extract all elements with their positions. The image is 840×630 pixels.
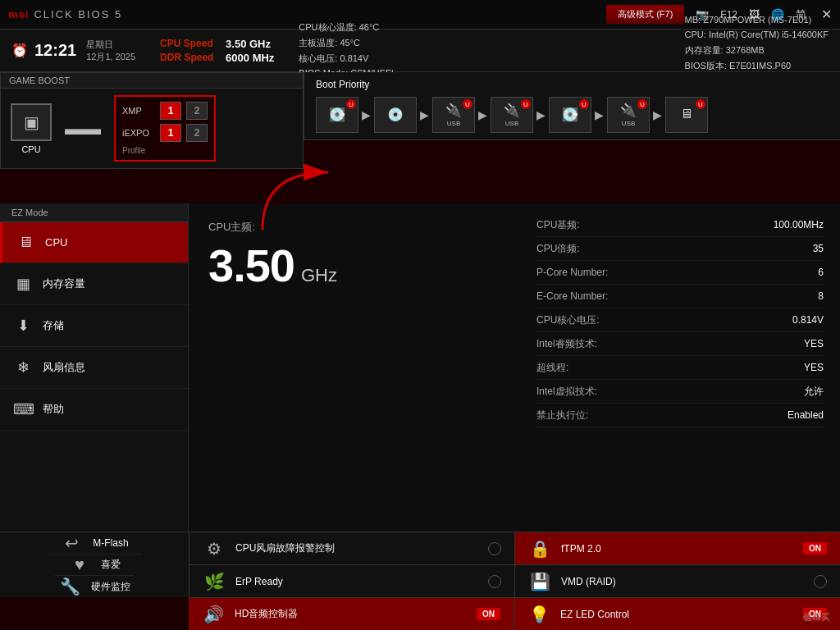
erp-button[interactable]: 🌿 ErP Ready (189, 565, 514, 597)
core-voltage: 核心电压: 0.814V (299, 51, 394, 66)
ram-icon: ▬▬ (65, 118, 101, 139)
xmp-label: XMP (122, 106, 155, 116)
sidebar-item-fan[interactable]: ❄ 风扇信息 (0, 347, 188, 389)
detail-row-1: CPU倍频: 35 (536, 237, 824, 261)
boot-device-5[interactable]: 🔌 USB U (607, 97, 650, 133)
bottom-bar: ↩ M-Flash ♥ 喜爱 🔧 硬件监控 ⚙ CPU风扇故障报警控制 🔒 fT… (0, 532, 840, 597)
ez-led-button[interactable]: 💡 EZ LED Control ON (514, 598, 840, 630)
info-bar: ⏰ 12:21 星期日 12月1, 2025 CPU Speed 3.50 GH… (0, 30, 840, 72)
sidebar-item-storage[interactable]: ⬇ 存储 (0, 305, 188, 347)
weekday-display: 星期日 (86, 39, 135, 51)
game-boost-content: ▣ CPU ▬▬ XMP 1 2 iEXPO 1 2 Profile (1, 89, 303, 168)
cpu-details: CPU基频: 100.00MHz CPU倍频: 35 P-Core Number… (536, 213, 824, 427)
detail-key-0: CPU基频: (536, 215, 580, 235)
cpu-fan-icon: ⚙ (203, 539, 226, 559)
usb-icon-2: 🔌 (445, 103, 462, 118)
iexpo-label: iEXPO (122, 128, 155, 138)
boot-devices: 💽 U ▶ 💿 ▶ 🔌 USB U ▶ 🔌 USB U ▶ 💽 U ▶ 🔌 US… (316, 97, 829, 133)
boot-label-2: USB (447, 120, 460, 127)
detail-val-5: YES (804, 334, 824, 354)
boot-device-0[interactable]: 💽 U (316, 97, 358, 133)
hw-monitor-button[interactable]: 🔧 硬件监控 (45, 576, 144, 597)
xmp-profile-2-button[interactable]: 2 (186, 102, 208, 120)
erp-icon: 🌿 (203, 572, 226, 591)
cpu-square-icon: ▣ (11, 103, 52, 141)
xmp-profile-1-button[interactable]: 1 (160, 102, 181, 120)
ftpm-toggle[interactable]: ON (803, 542, 827, 555)
advanced-mode-button[interactable]: 高级模式 (F7) (606, 5, 684, 24)
sidebar-item-help[interactable]: ⌨ 帮助 (0, 389, 188, 431)
ftpm-icon: 🔒 (528, 539, 551, 559)
boot-badge-5: U (637, 99, 647, 109)
detail-val-8: Enabled (788, 405, 824, 425)
cpu-fan-toggle[interactable] (488, 542, 501, 555)
favorites-button[interactable]: ♥ 喜爱 (55, 555, 134, 577)
game-boost-section: GAME BOOST ▣ CPU ▬▬ XMP 1 2 iEXPO 1 2 Pr… (0, 72, 304, 169)
boot-priority-section: Boot Priority 💽 U ▶ 💿 ▶ 🔌 USB U ▶ 🔌 USB … (304, 72, 840, 140)
cpu-chip-icon: ▣ (24, 112, 39, 132)
iexpo-row: iEXPO 1 2 (122, 124, 208, 142)
cpu-freq-unit: GHz (301, 265, 337, 286)
erp-label: ErP Ready (235, 576, 283, 587)
watermark: 值得买 (803, 611, 830, 623)
boot-device-2[interactable]: 🔌 USB U (432, 97, 475, 133)
iexpo-profile-2-button[interactable]: 2 (186, 124, 208, 142)
cpu-fan-button[interactable]: ⚙ CPU风扇故障报警控制 (189, 532, 514, 564)
detail-val-0: 100.00MHz (774, 215, 824, 235)
vmd-toggle[interactable] (814, 575, 827, 588)
sidebar-item-cpu[interactable]: 🖥 CPU (0, 222, 188, 263)
time-display: 12:21 (34, 41, 76, 60)
detail-val-2: 6 (818, 262, 824, 282)
detail-row-2: P-Core Number: 6 (536, 261, 824, 285)
disk-icon-1: 💿 (387, 107, 404, 122)
sidebar-storage-label: 存储 (43, 318, 64, 333)
detail-row-6: 超线程: YES (536, 356, 824, 380)
cpu-speed-value: 3.50 GHz (226, 38, 271, 50)
ddr-speed-label: DDR Speed (160, 52, 219, 63)
boot-badge-4: U (579, 99, 589, 109)
detail-key-8: 禁止执行位: (536, 405, 588, 425)
vmd-button[interactable]: 💾 VMD (RAID) (515, 565, 840, 597)
hd-audio-label: HD音频控制器 (235, 607, 298, 621)
screen-icon-6: 🖥 (680, 107, 693, 121)
mb-temp: 主板温度: 45°C (299, 35, 394, 51)
vmd-icon: 💾 (528, 572, 551, 591)
usb-icon-3: 🔌 (504, 103, 520, 118)
boot-device-4[interactable]: 💽 U (549, 97, 591, 133)
detail-key-6: 超线程: (536, 358, 568, 377)
mb-info: MB: Z790MPOWER (MS-7E01) (685, 12, 829, 28)
hw-monitor-icon: 🔧 (58, 577, 81, 596)
cpu-temp: CPU核心温度: 46°C (299, 20, 394, 35)
boot-device-3[interactable]: 🔌 USB U (491, 97, 533, 133)
boot-device-6[interactable]: 🖥 U (665, 97, 708, 133)
mflash-button[interactable]: ↩ M-Flash (47, 532, 141, 555)
boot-label-3: USB (505, 120, 518, 127)
cpu-icon-box[interactable]: ▣ CPU (11, 103, 52, 154)
boot-badge-3: U (521, 99, 531, 109)
detail-key-4: CPU核心电压: (536, 310, 600, 330)
cpu-label: CPU (21, 144, 40, 154)
hd-audio-button[interactable]: 🔊 HD音频控制器 ON (189, 598, 514, 630)
ez-mode-label: EZ Mode (0, 203, 188, 222)
detail-row-7: Intel虚拟技术: 允许 (536, 380, 824, 404)
ez-led-icon: 💡 (527, 605, 550, 624)
sidebar-item-memory[interactable]: ▦ 内存容量 (0, 263, 188, 305)
cpu-nav-icon: 🖥 (16, 234, 35, 251)
arrow-4: ▶ (536, 108, 546, 121)
hd-audio-icon: 🔊 (202, 605, 225, 624)
boot-badge-0: U (346, 99, 356, 109)
hw-monitor-label: 硬件监控 (91, 580, 130, 594)
iexpo-profile-1-button[interactable]: 1 (160, 124, 181, 142)
memory-info: 内存容量: 32768MB (685, 43, 829, 58)
ftpm-button[interactable]: 🔒 fTPM 2.0 ON (515, 532, 840, 564)
bottom-row3: 🔊 HD音频控制器 ON 💡 EZ LED Control ON (189, 597, 840, 630)
arrow-5: ▶ (595, 108, 604, 121)
detail-key-2: P-Core Number: (536, 262, 608, 282)
boot-device-1[interactable]: 💿 (374, 97, 417, 133)
arrow-6: ▶ (653, 108, 662, 121)
detail-val-7: 允许 (804, 381, 824, 401)
arrow-3: ▶ (478, 108, 487, 121)
erp-toggle[interactable] (488, 575, 501, 588)
hd-audio-toggle[interactable]: ON (477, 608, 500, 620)
boot-priority-label: Boot Priority (316, 79, 829, 90)
